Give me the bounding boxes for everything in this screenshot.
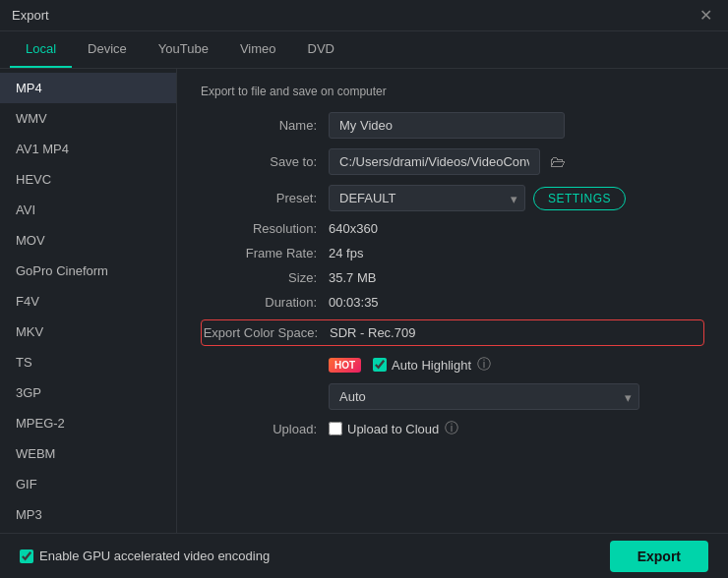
tab-dvd[interactable]: DVD xyxy=(292,31,350,68)
auto-highlight-checkbox[interactable] xyxy=(373,358,387,372)
export-panel: Export to file and save on computer Name… xyxy=(177,69,728,574)
main-content: MP4 WMV AV1 MP4 HEVC AVI MOV GoPro Cinef… xyxy=(0,69,728,574)
title-bar: Export ✕ xyxy=(0,0,728,31)
color-space-label: Export Color Space: xyxy=(202,325,330,340)
duration-value: 00:03:35 xyxy=(329,295,379,310)
duration-label: Duration: xyxy=(201,295,329,310)
size-label: Size: xyxy=(201,270,329,285)
resolution-value: 640x360 xyxy=(329,221,378,236)
save-to-label: Save to: xyxy=(201,154,329,169)
gpu-checkbox-label[interactable]: Enable GPU accelerated video encoding xyxy=(20,549,270,563)
upload-row: Upload: Upload to Cloud ⓘ xyxy=(201,420,704,437)
dialog-title: Export xyxy=(12,8,49,23)
sidebar-item-gif[interactable]: GIF xyxy=(0,469,176,499)
auto-highlight-label: Auto Highlight xyxy=(392,358,471,373)
duration-row: Duration: 00:03:35 xyxy=(201,295,704,310)
gpu-label-text: Enable GPU accelerated video encoding xyxy=(39,549,270,563)
auto-highlight-controls: HOT Auto Highlight ⓘ xyxy=(329,356,491,374)
upload-cloud-checkbox-label[interactable]: Upload to Cloud xyxy=(329,422,439,436)
tab-device[interactable]: Device xyxy=(72,31,143,68)
bottom-bar: Enable GPU accelerated video encoding Ex… xyxy=(0,533,728,578)
settings-button[interactable]: SETTINGS xyxy=(533,187,626,210)
preset-select-wrap: DEFAULT ▾ xyxy=(329,185,525,211)
save-to-row: Save to: 🗁 xyxy=(201,148,704,175)
tab-vimeo[interactable]: Vimeo xyxy=(224,31,292,68)
sidebar-item-mkv[interactable]: MKV xyxy=(0,317,176,347)
auto-select-wrap: Auto ▾ xyxy=(329,383,639,410)
upload-info-icon[interactable]: ⓘ xyxy=(445,420,458,437)
auto-select[interactable]: Auto xyxy=(329,383,639,410)
name-input[interactable] xyxy=(329,112,565,139)
upload-label: Upload: xyxy=(201,422,329,436)
tab-bar: Local Device YouTube Vimeo DVD xyxy=(0,31,728,69)
preset-row: Preset: DEFAULT ▾ SETTINGS xyxy=(201,185,704,211)
resolution-label: Resolution: xyxy=(201,221,329,236)
framerate-value: 24 fps xyxy=(329,246,363,260)
sidebar-item-mov[interactable]: MOV xyxy=(0,225,176,256)
sidebar-item-mpeg2[interactable]: MPEG-2 xyxy=(0,408,176,438)
sidebar-item-mp4[interactable]: MP4 xyxy=(0,73,176,103)
framerate-row: Frame Rate: 24 fps xyxy=(201,246,704,260)
name-row: Name: xyxy=(201,112,704,139)
sidebar-item-hevc[interactable]: HEVC xyxy=(0,164,176,195)
auto-highlight-checkbox-label[interactable]: Auto Highlight xyxy=(373,358,471,373)
name-label: Name: xyxy=(201,118,329,133)
panel-subtitle: Export to file and save on computer xyxy=(201,85,704,98)
preset-select[interactable]: DEFAULT xyxy=(329,185,525,211)
close-button[interactable]: ✕ xyxy=(696,8,716,24)
hot-badge: HOT xyxy=(329,358,361,373)
sidebar-item-3gp[interactable]: 3GP xyxy=(0,377,176,408)
sidebar-item-mp3[interactable]: MP3 xyxy=(0,499,176,530)
gpu-checkbox[interactable] xyxy=(20,549,33,563)
upload-controls: Upload to Cloud ⓘ xyxy=(329,420,458,437)
size-row: Size: 35.7 MB xyxy=(201,270,704,285)
auto-highlight-info-icon[interactable]: ⓘ xyxy=(477,356,491,374)
upload-cloud-label: Upload to Cloud xyxy=(347,422,439,436)
export-button[interactable]: Export xyxy=(610,541,708,572)
resolution-row: Resolution: 640x360 xyxy=(201,221,704,236)
sidebar-item-avi[interactable]: AVI xyxy=(0,195,176,225)
tab-local[interactable]: Local xyxy=(10,31,72,68)
sidebar-item-av1mp4[interactable]: AV1 MP4 xyxy=(0,134,176,164)
size-value: 35.7 MB xyxy=(329,270,376,285)
auto-highlight-row: HOT Auto Highlight ⓘ xyxy=(201,356,704,374)
tab-youtube[interactable]: YouTube xyxy=(143,31,224,68)
sidebar-item-f4v[interactable]: F4V xyxy=(0,286,176,317)
color-space-value: SDR - Rec.709 xyxy=(330,325,415,340)
sidebar-item-wmv[interactable]: WMV xyxy=(0,103,176,134)
format-sidebar: MP4 WMV AV1 MP4 HEVC AVI MOV GoPro Cinef… xyxy=(0,69,177,574)
save-path-input[interactable] xyxy=(329,148,540,175)
sidebar-item-webm[interactable]: WEBM xyxy=(0,438,176,469)
path-row: 🗁 xyxy=(329,148,570,175)
preset-controls: DEFAULT ▾ SETTINGS xyxy=(329,185,626,211)
upload-cloud-checkbox[interactable] xyxy=(329,422,342,435)
color-space-row: Export Color Space: SDR - Rec.709 xyxy=(201,319,704,346)
auto-dropdown-row: Auto ▾ xyxy=(201,383,704,410)
preset-label: Preset: xyxy=(201,191,329,205)
browse-folder-button[interactable]: 🗁 xyxy=(546,151,570,173)
sidebar-item-ts[interactable]: TS xyxy=(0,347,176,377)
framerate-label: Frame Rate: xyxy=(201,246,329,260)
sidebar-item-gopro[interactable]: GoPro Cineform xyxy=(0,256,176,286)
